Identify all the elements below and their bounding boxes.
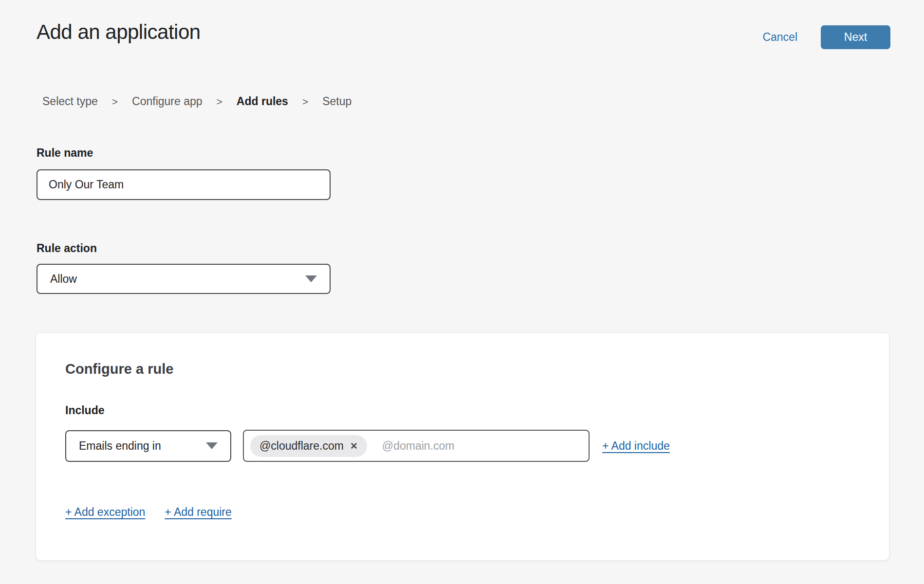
email-domain-entry-input[interactable]	[382, 439, 582, 453]
chevron-down-icon	[305, 275, 317, 282]
email-domain-tag-label: @cloudflare.com	[259, 439, 344, 453]
breadcrumb-step-configure-app[interactable]: Configure app	[132, 95, 203, 108]
include-rule-row: Emails ending in @cloudflare.com ✕ + Add…	[65, 430, 670, 462]
add-include-link[interactable]: + Add include	[602, 439, 670, 453]
breadcrumb-separator: >	[217, 96, 222, 108]
header-actions: Cancel Next	[762, 25, 890, 49]
breadcrumb-step-add-rules: Add rules	[237, 95, 288, 108]
page-title: Add an application	[37, 20, 201, 44]
email-domain-tag: @cloudflare.com ✕	[250, 435, 367, 457]
next-button[interactable]: Next	[821, 25, 890, 49]
remove-tag-icon[interactable]: ✕	[350, 441, 358, 451]
rule-name-input[interactable]	[37, 169, 331, 200]
configure-rule-card: Configure a rule Include Emails ending i…	[36, 332, 889, 561]
include-criteria-select[interactable]: Emails ending in	[65, 430, 231, 462]
rule-name-label: Rule name	[37, 146, 93, 160]
rule-extra-links: + Add exception + Add require	[65, 506, 232, 519]
rule-action-label: Rule action	[37, 242, 97, 255]
breadcrumb-separator: >	[112, 96, 118, 108]
add-require-link[interactable]: + Add require	[165, 506, 231, 519]
include-label: Include	[65, 404, 105, 417]
include-criteria-selected-value: Emails ending in	[79, 439, 161, 453]
breadcrumb-step-setup: Setup	[322, 95, 351, 108]
configure-rule-title: Configure a rule	[65, 361, 173, 377]
chevron-down-icon	[206, 442, 218, 449]
rule-action-select[interactable]: Allow	[37, 264, 331, 294]
add-application-page: Add an application Cancel Next Select ty…	[0, 0, 924, 584]
add-exception-link[interactable]: + Add exception	[65, 506, 145, 519]
email-domain-tag-input[interactable]: @cloudflare.com ✕	[243, 430, 590, 462]
breadcrumb-separator: >	[302, 96, 308, 108]
cancel-button[interactable]: Cancel	[762, 31, 797, 44]
rule-action-selected-value: Allow	[50, 273, 77, 286]
breadcrumb: Select type > Configure app > Add rules …	[42, 95, 351, 108]
breadcrumb-step-select-type[interactable]: Select type	[42, 95, 98, 108]
